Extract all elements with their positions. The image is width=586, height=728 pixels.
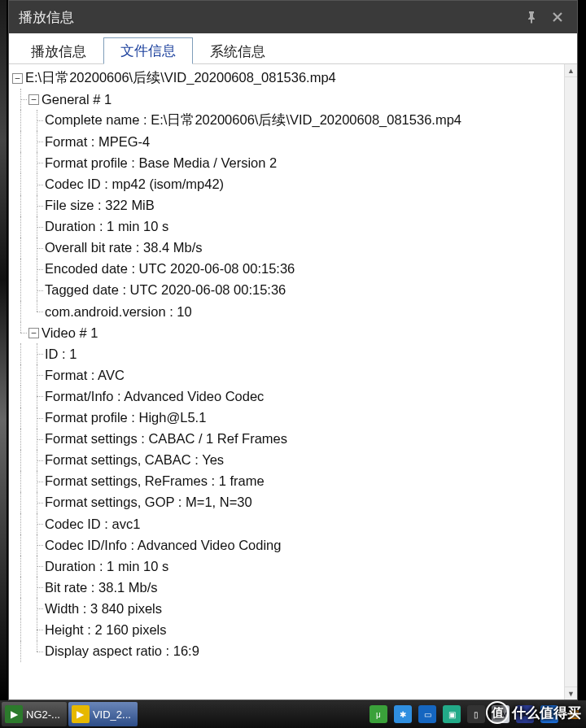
task-label: VID_2... (93, 708, 131, 721)
bluetooth-icon[interactable]: ✲ (540, 705, 558, 723)
tree-item-0-5-label: Duration : 1 min 10 s (45, 219, 168, 234)
tree-item-1-14[interactable]: Display aspect ratio : 16:9 (12, 641, 564, 662)
window-title: 播放信息 (19, 8, 74, 27)
tree-section-0-label: General # 1 (42, 92, 112, 107)
folder-icon[interactable]: ▣ (443, 705, 461, 723)
tab-0[interactable]: 播放信息 (14, 37, 103, 64)
tree-section-1[interactable]: −Video # 1 (12, 322, 564, 343)
tree-item-1-4[interactable]: Format settings : CABAC / 1 Ref Frames (12, 429, 564, 450)
tree-item-1-10-label: Duration : 1 min 10 s (45, 559, 168, 574)
close-button[interactable] (548, 7, 567, 27)
tree-item-1-13[interactable]: Height : 2 160 pixels (12, 619, 564, 640)
tree-item-0-7[interactable]: Encoded date : UTC 2020-06-08 00:15:36 (12, 259, 564, 280)
tree-section-0[interactable]: −General # 1 (12, 89, 564, 110)
tree-item-0-1[interactable]: Format : MPEG-4 (12, 131, 564, 152)
vertical-scrollbar[interactable]: ▲ ▼ (564, 64, 577, 700)
tree-root[interactable]: −E:\日常20200606\后续\VID_20200608_081536.mp… (12, 68, 564, 89)
star-icon[interactable]: ✱ (394, 705, 412, 723)
tree-item-1-11[interactable]: Bit rate : 38.1 Mb/s (12, 577, 564, 598)
tree-item-1-12-label: Width : 3 840 pixels (45, 601, 162, 617)
tab-1[interactable]: 文件信息 (103, 37, 193, 64)
tree-item-1-3[interactable]: Format profile : High@L5.1 (12, 408, 564, 429)
tab-strip: 播放信息文件信息系统信息 (9, 33, 577, 64)
tree-item-0-4-label: File size : 322 MiB (45, 198, 155, 213)
system-tray: μ✱▭▣▯LAVLAV✲📶 (370, 705, 586, 723)
tree-item-1-3-label: Format profile : High@L5.1 (45, 410, 206, 425)
tree-item-1-10[interactable]: Duration : 1 min 10 s (12, 556, 564, 577)
tree-item-0-6[interactable]: Overall bit rate : 38.4 Mb/s (12, 238, 564, 259)
tree-section-1-label: Video # 1 (42, 325, 98, 341)
tree-item-1-6[interactable]: Format settings, ReFrames : 1 frame (12, 471, 564, 492)
tree-item-0-0[interactable]: Complete name : E:\日常20200606\后续\VID_202… (12, 110, 564, 131)
tree-item-1-9-label: Codec ID/Info : Advanced Video Coding (45, 538, 281, 553)
tree-item-0-2[interactable]: Format profile : Base Media / Version 2 (12, 152, 564, 173)
pin-button[interactable] (522, 7, 541, 27)
tree-item-1-11-label: Bit rate : 38.1 Mb/s (45, 580, 157, 595)
tree-item-1-2[interactable]: Format/Info : Advanced Video Codec (12, 386, 564, 407)
tree-item-1-7-label: Format settings, GOP : M=1, N=30 (45, 495, 252, 510)
collapse-toggle[interactable]: − (28, 94, 39, 105)
tree-item-1-4-label: Format settings : CABAC / 1 Ref Frames (45, 431, 287, 447)
info-tree: −E:\日常20200606\后续\VID_20200608_081536.mp… (9, 64, 564, 700)
scroll-down-button[interactable]: ▼ (565, 687, 577, 700)
tree-item-0-9-label: com.android.version : 10 (45, 304, 192, 320)
tree-item-0-2-label: Format profile : Base Media / Version 2 (45, 155, 277, 171)
tree-item-0-3-label: Codec ID : mp42 (isom/mp42) (45, 177, 224, 192)
tree-container: −E:\日常20200606\后续\VID_20200608_081536.mp… (9, 64, 577, 700)
tree-item-1-6-label: Format settings, ReFrames : 1 frame (45, 473, 265, 489)
tree-item-1-5[interactable]: Format settings, CABAC : Yes (12, 450, 564, 471)
lav-splitter-icon[interactable]: LAV (492, 705, 509, 723)
tree-item-0-8-label: Tagged date : UTC 2020-06-08 00:15:36 (45, 282, 286, 298)
playback-info-panel: 播放信息 播放信息文件信息系统信息 −E:\日常20200606\后续\VID_… (8, 0, 578, 700)
utorrent-icon[interactable]: μ (370, 705, 387, 723)
tree-item-1-8-label: Codec ID : avc1 (45, 517, 140, 532)
tree-item-1-14-label: Display aspect ratio : 16:9 (45, 643, 199, 659)
lav-video-icon[interactable]: LAV (516, 705, 534, 723)
taskbar-task-0[interactable]: ▶NG2-... (2, 702, 67, 726)
tree-item-1-0[interactable]: ID : 1 (12, 343, 564, 364)
tree-item-1-8[interactable]: Codec ID : avc1 (12, 513, 564, 534)
tree-item-0-6-label: Overall bit rate : 38.4 Mb/s (45, 240, 203, 255)
task-icon: ▶ (5, 705, 23, 723)
tree-item-1-12[interactable]: Width : 3 840 pixels (12, 598, 564, 619)
tree-item-0-4[interactable]: File size : 322 MiB (12, 195, 564, 216)
tree-item-0-8[interactable]: Tagged date : UTC 2020-06-08 00:15:36 (12, 280, 564, 301)
phone-icon[interactable]: ▯ (467, 705, 485, 723)
tab-2[interactable]: 系统信息 (193, 37, 282, 64)
taskbar-task-1[interactable]: ▶VID_2... (68, 702, 138, 726)
tree-item-0-7-label: Encoded date : UTC 2020-06-08 00:15:36 (45, 261, 295, 277)
tree-item-0-0-label: Complete name : E:\日常20200606\后续\VID_202… (45, 111, 461, 129)
collapse-toggle[interactable]: − (12, 73, 23, 84)
titlebar: 播放信息 (9, 1, 577, 33)
tree-item-1-5-label: Format settings, CABAC : Yes (45, 452, 224, 468)
task-label: NG2-... (26, 708, 60, 721)
tree-root-label: E:\日常20200606\后续\VID_20200608_081536.mp4 (25, 69, 336, 87)
tree-item-1-1[interactable]: Format : AVC (12, 364, 564, 386)
tree-item-0-1-label: Format : MPEG-4 (45, 134, 150, 150)
background-strip (0, 0, 7, 700)
tree-item-1-2-label: Format/Info : Advanced Video Codec (45, 389, 264, 404)
task-icon: ▶ (72, 705, 90, 723)
wifi-icon[interactable]: 📶 (565, 705, 583, 723)
tree-item-1-0-label: ID : 1 (45, 347, 77, 362)
tree-item-0-3[interactable]: Codec ID : mp42 (isom/mp42) (12, 173, 564, 194)
tree-item-1-7[interactable]: Format settings, GOP : M=1, N=30 (12, 492, 564, 513)
tree-item-1-9[interactable]: Codec ID/Info : Advanced Video Coding (12, 534, 564, 556)
collapse-toggle[interactable]: − (28, 328, 39, 338)
scroll-up-button[interactable]: ▲ (565, 64, 577, 77)
taskbar: ▶NG2-...▶VID_2... μ✱▭▣▯LAVLAV✲📶 (0, 700, 586, 728)
tree-item-0-9[interactable]: com.android.version : 10 (12, 301, 564, 322)
tree-item-1-13-label: Height : 2 160 pixels (45, 622, 167, 638)
tree-item-1-1-label: Format : AVC (45, 368, 125, 383)
tree-item-0-5[interactable]: Duration : 1 min 10 s (12, 216, 564, 238)
screenshot-icon[interactable]: ▭ (418, 705, 436, 723)
